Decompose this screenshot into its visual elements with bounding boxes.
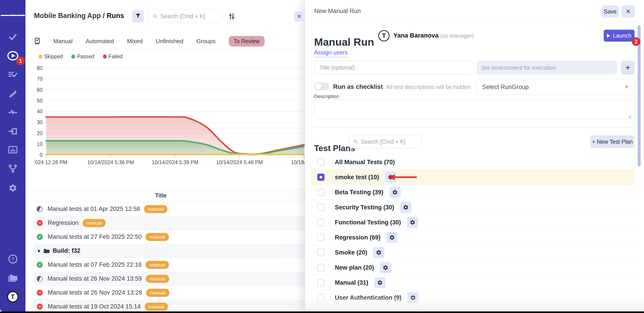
help-icon[interactable]: ?	[0, 253, 26, 265]
tab-manual[interactable]: Manual	[53, 38, 72, 45]
plan-checkbox[interactable]	[317, 234, 324, 241]
gear-icon	[376, 250, 382, 255]
legend-failed[interactable]: Failed	[103, 53, 123, 60]
new-test-plan-button[interactable]: + New Test Plan	[590, 135, 634, 148]
manual-badge: manual	[146, 261, 169, 269]
add-environment-button[interactable]: +	[621, 61, 634, 75]
table-row[interactable]: Manual tests at 01 Apr 2025 12:58 manual	[34, 202, 305, 216]
plan-checkbox[interactable]	[317, 279, 324, 286]
svg-text:10/14/2024 5:36 PM: 10/14/2024 5:36 PM	[87, 159, 134, 165]
analytics-pulse-icon[interactable]	[0, 106, 26, 118]
breadcrumb-project[interactable]: Mobile Banking App	[34, 12, 101, 19]
run-as-checklist-toggle[interactable]	[314, 82, 329, 90]
plan-checkbox[interactable]	[317, 264, 324, 271]
test-plan-row[interactable]: User Authentication (9)	[311, 290, 634, 305]
app-screen: ? T 1 Mobile Banking App / Runs ✕	[0, 0, 644, 313]
column-title[interactable]: Title	[34, 192, 288, 199]
manager-name: Yana Baranova	[394, 32, 439, 39]
workspace-avatar[interactable]: T	[0, 291, 26, 303]
svg-text:80: 80	[37, 65, 42, 71]
drawer-scrollbar[interactable]	[638, 25, 640, 166]
gear-icon	[382, 265, 388, 271]
plan-settings-button[interactable]	[380, 262, 391, 273]
launch-button[interactable]: Launch	[604, 30, 634, 42]
test-plan-row-selected[interactable]: smoke test (10)	[311, 170, 634, 185]
table-row[interactable]: − Manual tests at 19 Oct 2024 15:14 manu…	[34, 300, 305, 313]
plan-checkbox[interactable]	[317, 158, 324, 166]
test-plan-row[interactable]: Smoke (20)	[311, 245, 634, 260]
plan-settings-button[interactable]	[374, 277, 386, 288]
test-plans-search-input[interactable]	[360, 138, 418, 145]
tab-to-review[interactable]: To Review	[229, 36, 264, 46]
test-plan-row[interactable]: Security Testing (30)	[311, 200, 634, 215]
sidebar: ? T 1	[0, 0, 26, 312]
drawer-close-button[interactable]: ✕	[622, 5, 635, 17]
test-plan-row[interactable]: New plan (20)	[311, 260, 634, 275]
svg-text:10/19/2024: 10/19/2024	[291, 159, 305, 165]
expand-caret-icon[interactable]	[38, 249, 40, 253]
breadcrumb-separator: /	[103, 12, 105, 19]
assign-users-link[interactable]: Assign users	[314, 49, 348, 57]
import-icon[interactable]	[0, 125, 26, 138]
menu-icon[interactable]	[0, 9, 26, 21]
plan-checkbox[interactable]	[317, 204, 324, 211]
settings-gear-icon[interactable]	[0, 182, 26, 194]
results-list-icon[interactable]	[0, 68, 26, 81]
manual-badge: manual	[146, 275, 169, 283]
save-button[interactable]: Save	[602, 5, 619, 17]
svg-text:70: 70	[37, 76, 42, 82]
test-plan-row[interactable]: Manual (31)	[311, 275, 634, 290]
plan-checkbox-checked[interactable]	[317, 173, 324, 181]
test-plan-row[interactable]: Functional Testing (30)	[311, 215, 634, 230]
plan-settings-button[interactable]	[407, 217, 418, 228]
branches-icon[interactable]	[0, 162, 26, 175]
panel-close-button[interactable]: ✕	[294, 11, 304, 21]
svg-text:30: 30	[37, 119, 42, 125]
table-row[interactable]: Manual tests at 26 Nov 2024 13:59 manual	[34, 272, 305, 286]
filter-button[interactable]	[132, 10, 144, 22]
funnel-icon	[135, 13, 141, 19]
select-runs-icon[interactable]	[34, 37, 40, 45]
rungroup-select[interactable]: Select RunGroup ▼	[476, 79, 634, 95]
test-plan-row[interactable]: All Manual Tests (70)	[311, 155, 634, 170]
run-title-input[interactable]	[314, 61, 474, 74]
plan-checkbox[interactable]	[317, 249, 324, 256]
plan-settings-button[interactable]	[407, 292, 418, 303]
resize-handle[interactable]	[628, 114, 632, 118]
table-row[interactable]: − Regression manual	[34, 216, 305, 230]
legend-skipped[interactable]: Skipped	[38, 53, 63, 60]
tab-automated[interactable]: Automated	[86, 38, 114, 45]
projects-folder-icon[interactable]	[0, 272, 26, 284]
tab-unfinished[interactable]: Unfinished	[156, 38, 183, 45]
reports-chart-icon[interactable]	[0, 144, 26, 156]
table-row-folder[interactable]: Build: f32	[34, 244, 305, 258]
tests-check-icon[interactable]	[0, 31, 26, 43]
environment-input[interactable]	[476, 61, 617, 75]
tab-mixed[interactable]: Mixed	[127, 38, 142, 45]
plan-checkbox[interactable]	[317, 294, 324, 301]
annotation-badge-2: 2	[632, 37, 640, 46]
svg-text:10: 10	[37, 141, 42, 147]
plan-settings-button[interactable]	[389, 187, 400, 198]
milestones-steps-icon[interactable]	[0, 87, 26, 100]
search-icon	[353, 139, 358, 144]
tab-groups[interactable]: Groups	[196, 38, 216, 45]
runs-search-input[interactable]	[160, 13, 218, 20]
plan-settings-button[interactable]	[373, 247, 384, 258]
description-textarea[interactable]	[314, 99, 635, 119]
test-plan-row[interactable]: Regression (69)	[311, 230, 634, 245]
table-header-row: Title	[34, 189, 305, 202]
plan-checkbox[interactable]	[317, 219, 324, 226]
filter-settings-icon[interactable]	[228, 12, 236, 20]
manual-badge: manual	[144, 205, 167, 213]
gear-icon	[410, 295, 416, 301]
table-row[interactable]: − Manual tests at 26 Nov 2024 13:28 manu…	[34, 286, 305, 300]
legend-passed[interactable]: Passed	[72, 53, 94, 60]
table-row[interactable]: ✓ Manual tests at 07 Feb 2025 22:16 manu…	[34, 258, 305, 272]
plan-settings-button[interactable]	[386, 232, 398, 243]
test-plan-row[interactable]: Beta Testing (39)	[311, 185, 634, 200]
table-row[interactable]: ✓ Manual tests at 27 Feb 2025 22:50 manu…	[34, 230, 305, 244]
breadcrumb: Mobile Banking App / Runs	[34, 12, 124, 20]
plan-settings-button[interactable]	[400, 202, 412, 213]
plan-checkbox[interactable]	[317, 189, 324, 196]
